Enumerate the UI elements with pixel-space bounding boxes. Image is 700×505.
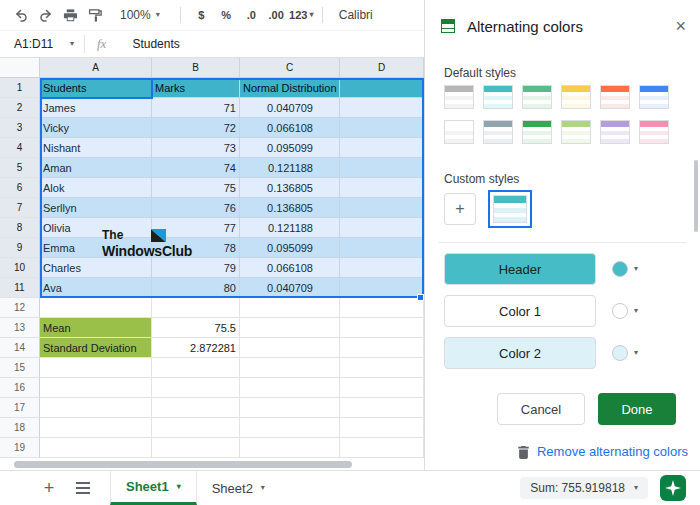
default-style-orange[interactable] — [600, 85, 630, 109]
row-header-18[interactable]: 18 — [0, 418, 40, 438]
cell-D4[interactable] — [340, 138, 424, 158]
custom-style-selected[interactable] — [488, 190, 532, 228]
row-header-13[interactable]: 13 — [0, 318, 40, 338]
cell-C17[interactable] — [240, 398, 340, 418]
row-header-15[interactable]: 15 — [0, 358, 40, 378]
increase-decimal-button[interactable]: .00 — [264, 4, 289, 26]
cell-A10[interactable]: Charles — [40, 258, 152, 278]
row-header-11[interactable]: 11 — [0, 278, 40, 298]
horizontal-scrollbar[interactable] — [14, 461, 352, 468]
cell-D7[interactable] — [340, 198, 424, 218]
cell-B18[interactable] — [152, 418, 240, 438]
column-header-B[interactable]: B — [152, 58, 240, 78]
cancel-button[interactable]: Cancel — [497, 393, 585, 425]
cell-C15[interactable] — [240, 358, 340, 378]
print-button[interactable] — [58, 4, 83, 26]
sheet-tab-sheet1[interactable]: Sheet1 ▾ — [110, 471, 197, 505]
default-style-teal-green[interactable] — [522, 85, 552, 109]
default-style-blue-gray[interactable] — [483, 120, 513, 144]
zoom-select[interactable]: 100% ▾ — [120, 8, 160, 22]
cell-A3[interactable]: Vicky — [40, 118, 152, 138]
cell-B5[interactable]: 74 — [152, 158, 240, 178]
cell-A18[interactable] — [40, 418, 152, 438]
undo-button[interactable] — [8, 4, 33, 26]
explore-button[interactable] — [660, 475, 686, 501]
cell-C7[interactable]: 0.136805 — [240, 198, 340, 218]
formula-input[interactable]: Students — [132, 37, 424, 51]
close-icon[interactable]: × — [675, 17, 686, 35]
name-box[interactable]: A1:D11 ▾ — [0, 37, 84, 51]
format-percent-button[interactable]: % — [214, 4, 239, 26]
column-header-D[interactable]: D — [340, 58, 424, 78]
cell-B11[interactable]: 80 — [152, 278, 240, 298]
row-header-4[interactable]: 4 — [0, 138, 40, 158]
header-color-dropdown[interactable]: ▾ — [612, 261, 638, 277]
cell-C9[interactable]: 0.095099 — [240, 238, 340, 258]
row-header-12[interactable]: 12 — [0, 298, 40, 318]
row-header-19[interactable]: 19 — [0, 438, 40, 458]
cell-A2[interactable]: James — [40, 98, 152, 118]
cell-B6[interactable]: 75 — [152, 178, 240, 198]
cell-D19[interactable] — [340, 438, 424, 458]
default-style-green[interactable] — [522, 120, 552, 144]
more-formats-button[interactable]: 123 ▾ — [289, 4, 314, 26]
cell-C12[interactable] — [240, 298, 340, 318]
default-style-light-green[interactable] — [561, 120, 591, 144]
cell-D2[interactable] — [340, 98, 424, 118]
cell-C4[interactable]: 0.095099 — [240, 138, 340, 158]
cell-C10[interactable]: 0.066108 — [240, 258, 340, 278]
cell-C16[interactable] — [240, 378, 340, 398]
cell-C2[interactable]: 0.040709 — [240, 98, 340, 118]
cell-C19[interactable] — [240, 438, 340, 458]
cell-D9[interactable] — [340, 238, 424, 258]
cell-A6[interactable]: Alok — [40, 178, 152, 198]
decrease-decimal-button[interactable]: .0 — [239, 4, 264, 26]
default-style-pink[interactable] — [639, 120, 669, 144]
select-all-corner[interactable] — [0, 58, 40, 78]
row-header-3[interactable]: 3 — [0, 118, 40, 138]
cell-A15[interactable] — [40, 358, 152, 378]
cell-A1[interactable]: Students — [40, 78, 152, 98]
column-header-C[interactable]: C — [240, 58, 340, 78]
column-header-A[interactable]: A — [40, 58, 152, 78]
default-style-blue[interactable] — [639, 85, 669, 109]
cell-A13[interactable]: Mean — [40, 318, 152, 338]
cell-A17[interactable] — [40, 398, 152, 418]
cell-C5[interactable]: 0.121188 — [240, 158, 340, 178]
row-header-16[interactable]: 16 — [0, 378, 40, 398]
add-custom-style-button[interactable]: + — [444, 193, 476, 225]
cell-D10[interactable] — [340, 258, 424, 278]
cell-B15[interactable] — [152, 358, 240, 378]
cell-C11[interactable]: 0.040709 — [240, 278, 340, 298]
default-style-lavender[interactable] — [600, 120, 630, 144]
cell-B12[interactable] — [152, 298, 240, 318]
cell-C3[interactable]: 0.066108 — [240, 118, 340, 138]
done-button[interactable]: Done — [598, 393, 676, 425]
cell-A16[interactable] — [40, 378, 152, 398]
row-header-8[interactable]: 8 — [0, 218, 40, 238]
row-header-6[interactable]: 6 — [0, 178, 40, 198]
redo-button[interactable] — [33, 4, 58, 26]
cell-C8[interactable]: 0.121188 — [240, 218, 340, 238]
header-style-button[interactable]: Header — [444, 253, 596, 285]
cell-B10[interactable]: 79 — [152, 258, 240, 278]
cell-D18[interactable] — [340, 418, 424, 438]
cell-D15[interactable] — [340, 358, 424, 378]
cell-C1[interactable]: Normal Distribution — [240, 78, 340, 98]
row-header-14[interactable]: 14 — [0, 338, 40, 358]
cell-A11[interactable]: Ava — [40, 278, 152, 298]
cell-B19[interactable] — [152, 438, 240, 458]
cell-B3[interactable]: 72 — [152, 118, 240, 138]
cell-C13[interactable] — [240, 318, 340, 338]
cell-A7[interactable]: Serllyn — [40, 198, 152, 218]
row-header-7[interactable]: 7 — [0, 198, 40, 218]
paint-format-button[interactable] — [83, 4, 108, 26]
color2-dropdown[interactable]: ▾ — [612, 345, 638, 361]
panel-scrollbar[interactable] — [694, 160, 698, 232]
cell-B17[interactable] — [152, 398, 240, 418]
cell-B1[interactable]: Marks — [152, 78, 240, 98]
add-sheet-button[interactable]: + — [36, 475, 62, 501]
cell-D12[interactable] — [340, 298, 424, 318]
remove-alternating-colors-button[interactable]: Remove alternating colors — [517, 444, 688, 459]
all-sheets-menu-button[interactable] — [70, 475, 96, 501]
